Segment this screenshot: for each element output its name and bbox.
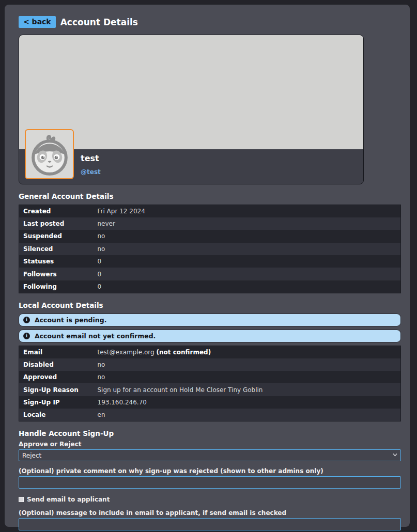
row-label: Sign-Up IP: [19, 396, 97, 409]
back-button[interactable]: < back: [19, 16, 56, 28]
page-header: < back Account Details: [19, 16, 401, 28]
row-label: Suspended: [19, 230, 97, 242]
row-value: 0: [97, 280, 401, 293]
approve-reject-select-wrap: Reject: [19, 449, 401, 461]
table-row: Suspended no: [19, 230, 401, 242]
row-value: en: [97, 409, 401, 421]
sloth-avatar-icon: [27, 132, 72, 177]
profile-card: test @test: [19, 35, 364, 184]
profile-names: test @test: [81, 153, 101, 176]
email-note: (not confirmed): [157, 349, 211, 356]
row-value: no: [97, 230, 401, 242]
row-label: Statuses: [19, 255, 97, 268]
email-message-input[interactable]: [19, 518, 401, 530]
row-label: Last posted: [19, 217, 97, 230]
private-comment-label: (Optional) private comment on why sign-u…: [19, 467, 401, 475]
table-row: Following 0: [19, 280, 401, 293]
table-row: Silenced no: [19, 243, 401, 255]
row-value: 0: [97, 268, 401, 280]
table-row: Sign-Up Reason Sign up for an account on…: [19, 383, 401, 396]
row-value: 193.160.246.70: [97, 396, 401, 409]
display-name: test: [81, 153, 101, 163]
handle-signup-heading: Handle Account Sign-Up: [19, 429, 401, 437]
table-row: Statuses 0: [19, 255, 401, 268]
send-email-checkbox[interactable]: [19, 497, 24, 502]
notice-email-unconfirmed: i Account email not yet confirmed.: [19, 330, 401, 342]
local-details-heading: Local Account Details: [19, 301, 401, 309]
approve-reject-select[interactable]: Reject: [19, 449, 401, 461]
row-value: Fri Apr 12 2024: [97, 205, 401, 217]
row-label: Approved: [19, 371, 97, 383]
account-handle[interactable]: @test: [81, 168, 101, 176]
general-details-heading: General Account Details: [19, 192, 401, 200]
table-row: Created Fri Apr 12 2024: [19, 205, 401, 217]
send-email-label: Send email to applicant: [27, 496, 110, 503]
notice-account-pending: i Account is pending.: [19, 314, 401, 326]
email-value: test@example.org: [98, 349, 155, 356]
row-label: Following: [19, 280, 97, 293]
table-row: Last posted never: [19, 217, 401, 230]
info-icon: i: [23, 317, 30, 323]
table-row: Sign-Up IP 193.160.246.70: [19, 396, 401, 409]
table-row: Approved no: [19, 371, 401, 383]
row-label: Followers: [19, 268, 97, 280]
notice-text: Account is pending.: [35, 316, 106, 324]
approve-reject-label: Approve or Reject: [19, 441, 401, 448]
row-value: no: [97, 358, 401, 371]
page-title: Account Details: [60, 17, 138, 27]
table-row: Followers 0: [19, 268, 401, 280]
row-value: no: [97, 371, 401, 383]
row-label: Silenced: [19, 243, 97, 255]
notice-text: Account email not yet confirmed.: [35, 332, 156, 340]
avatar: [25, 129, 74, 179]
row-label: Sign-Up Reason: [19, 383, 97, 396]
info-icon: i: [23, 333, 30, 339]
row-label: Locale: [19, 409, 97, 421]
email-message-label: (Optional) message to include in email t…: [19, 509, 401, 517]
row-value: 0: [97, 255, 401, 268]
row-value: never: [97, 217, 401, 230]
row-label: Email: [19, 346, 97, 358]
general-details-table: Created Fri Apr 12 2024 Last posted neve…: [19, 205, 401, 293]
table-row: Disabled no: [19, 358, 401, 371]
row-value: Sign up for an account on Hold Me Closer…: [97, 383, 401, 396]
row-value: no: [97, 243, 401, 255]
account-details-panel: < back Account Details: [5, 5, 410, 527]
local-details-table: Email test@example.org (not confirmed) D…: [19, 346, 401, 421]
row-value: test@example.org (not confirmed): [97, 346, 401, 358]
send-email-row: Send email to applicant: [19, 496, 401, 503]
row-label: Disabled: [19, 358, 97, 371]
row-label: Created: [19, 205, 97, 217]
table-row: Email test@example.org (not confirmed): [19, 346, 401, 358]
private-comment-input[interactable]: [19, 476, 401, 489]
table-row: Locale en: [19, 409, 401, 421]
